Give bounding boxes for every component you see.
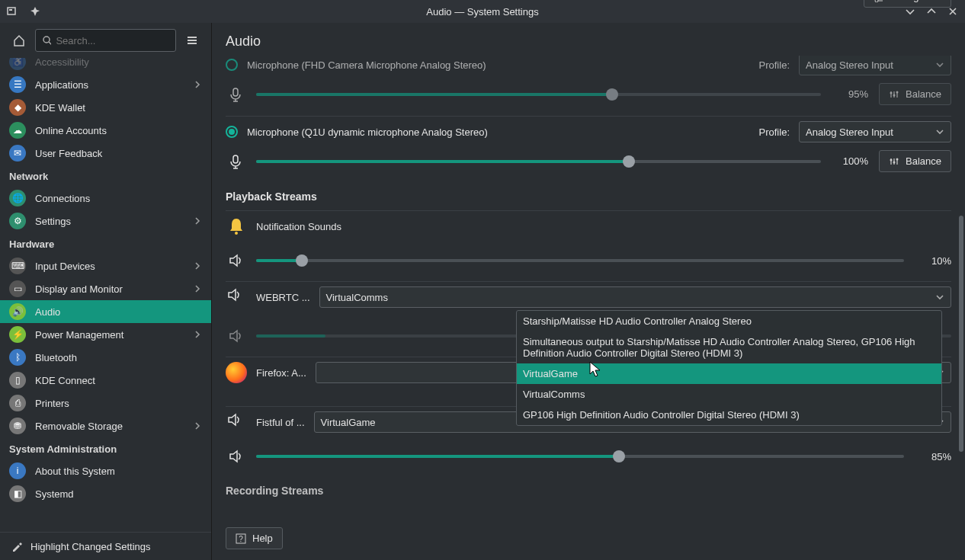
search-input[interactable] [56,35,169,46]
select-value: VirtualComms [326,292,388,303]
configure-button[interactable]: Configure... [864,0,951,8]
select-value: VirtualGame [321,417,376,428]
sidebar-item-icon: ◆ [9,99,26,116]
volume-row: 85% [226,446,951,466]
recording-streams-header: Recording Streams [226,477,951,504]
mute-button[interactable] [226,446,245,466]
sidebar-item-label: Input Devices [35,261,95,272]
output-select[interactable]: Analog Stereo Input [799,121,951,142]
help-button[interactable]: ? Help [226,527,283,549]
content-scrollbar[interactable] [957,56,965,489]
volume-slider[interactable] [256,88,821,101]
sidebar-item-applications[interactable]: ☰Applications [0,73,211,96]
mute-button[interactable] [226,251,245,270]
sidebar-item-connections[interactable]: 🌐Connections [0,187,211,210]
volume-slider[interactable] [256,450,904,463]
sidebar-item-about-this-system[interactable]: iAbout this System [0,459,211,482]
sidebar-item-label: Connections [35,193,90,204]
volume-percent: 95% [832,88,868,100]
highlight-icon [11,540,23,552]
sidebar-item-input-devices[interactable]: ⌨Input Devices [0,254,211,277]
mute-button[interactable] [226,326,245,346]
sidebar-item-printers[interactable]: ⎙Printers [0,392,211,414]
sidebar-item-icon: ⌨ [9,258,26,274]
input-device-row: Microphone (FHD Camera Microphone Analog… [226,56,951,116]
sidebar-item-icon: ⎙ [9,395,26,411]
sidebar-item-icon: ◧ [9,485,26,502]
sidebar-item-online-accounts[interactable]: ☁Online Accounts [0,119,211,142]
mute-button[interactable] [226,85,245,104]
sidebar-item-icon: ᛒ [9,349,26,366]
sidebar-item-icon: ⚡ [9,326,26,343]
volume-row: 100% Balance [226,150,951,172]
sidebar-item-removable-storage[interactable]: ⛃Removable Storage [0,414,211,437]
svg-point-11 [235,232,238,235]
volume-slider[interactable] [256,155,821,168]
home-button[interactable] [8,29,30,52]
dropdown-option[interactable]: Simultaneous output to Starship/Matisse … [517,331,941,363]
page-title: Audio [212,23,965,56]
mute-button[interactable] [226,152,245,171]
sidebar-item-display-and-monitor[interactable]: ▭Display and Monitor [0,277,211,300]
titlebar: Audio — System Settings [0,0,965,23]
device-name: Microphone (Q1U dynamic microphone Analo… [247,126,488,138]
sidebar-item-systemd[interactable]: ◧Systemd [0,482,211,505]
playback-streams-header: Playback Streams [226,183,951,210]
svg-point-6 [896,91,899,93]
sidebar-item-power-management[interactable]: ⚡Power Management [0,323,211,346]
hamburger-menu[interactable] [181,29,204,52]
sidebar-item-audio[interactable]: 🔊Audio [0,300,211,323]
volume-percent: 85% [915,451,951,462]
sidebar-item-bluetooth[interactable]: ᛒBluetooth [0,346,211,369]
app-menu-icon[interactable] [5,4,20,19]
sidebar-item-kde-connect[interactable]: ▯KDE Connect [0,369,211,392]
svg-rect-7 [233,155,238,163]
volume-slider[interactable] [256,254,904,267]
sidebar-item-label: Printers [35,398,69,409]
volume-row: 10% [226,251,951,270]
output-select[interactable]: Analog Stereo Input [799,56,951,75]
sidebar-item-icon: ✉ [9,145,26,162]
sidebar-item-label: Online Accounts [35,125,107,136]
highlight-label: Highlight Changed Settings [30,541,151,552]
sidebar-item-label: Accessibility [35,58,89,68]
sidebar-item-icon: i [9,462,26,479]
dropdown-option[interactable]: VirtualGame [517,363,941,384]
pin-icon[interactable] [27,4,43,19]
default-device-radio[interactable] [226,126,238,138]
sidebar-item-icon: ▭ [9,280,26,297]
output-select-dropdown[interactable]: Starship/Matisse HD Audio Controller Ana… [516,310,942,426]
chevron-right-icon [193,421,202,430]
input-device-row: Microphone (Q1U dynamic microphone Analo… [226,116,951,183]
dropdown-option[interactable]: Starship/Matisse HD Audio Controller Ana… [517,311,941,331]
dropdown-option[interactable]: VirtualComms [517,384,941,405]
highlight-changed-button[interactable]: Highlight Changed Settings [0,532,211,560]
svg-point-10 [896,158,899,160]
sidebar-item-label: Systemd [35,488,74,500]
stream-name: Fistful of ... [256,417,305,428]
chevron-right-icon [193,261,202,270]
sidebar-item-label: Audio [35,306,60,318]
select-value: Analog Stereo Input [806,126,893,138]
volume-row: 95% Balance [226,83,951,105]
sidebar-item-truncated[interactable]: ♿ Accessibility [0,58,211,73]
output-select[interactable]: VirtualComms [319,286,951,308]
stream-name: Notification Sounds [256,221,341,232]
sidebar-item-icon: ⛃ [9,418,26,434]
sidebar-item-label: KDE Connect [35,375,95,386]
sidebar-item-settings[interactable]: ⚙Settings [0,210,211,232]
balance-button[interactable]: Balance [879,83,951,105]
sidebar-header-sysadmin: System Administration [0,437,211,459]
default-device-radio[interactable] [226,59,238,71]
sidebar-item-label: About this System [35,466,115,477]
balance-button[interactable]: Balance [879,150,951,172]
sidebar: ♿ Accessibility ☰Applications◆KDE Wallet… [0,23,212,560]
sidebar-item-kde-wallet[interactable]: ◆KDE Wallet [0,96,211,119]
sidebar-list: ♿ Accessibility ☰Applications◆KDE Wallet… [0,58,211,532]
sidebar-item-label: Display and Monitor [35,283,123,295]
svg-point-2 [43,37,50,43]
svg-rect-0 [8,8,15,14]
sidebar-item-user-feedback[interactable]: ✉User Feedback [0,142,211,165]
dropdown-option[interactable]: GP106 High Definition Audio Controller D… [517,405,941,425]
search-input-wrap[interactable] [35,29,176,52]
